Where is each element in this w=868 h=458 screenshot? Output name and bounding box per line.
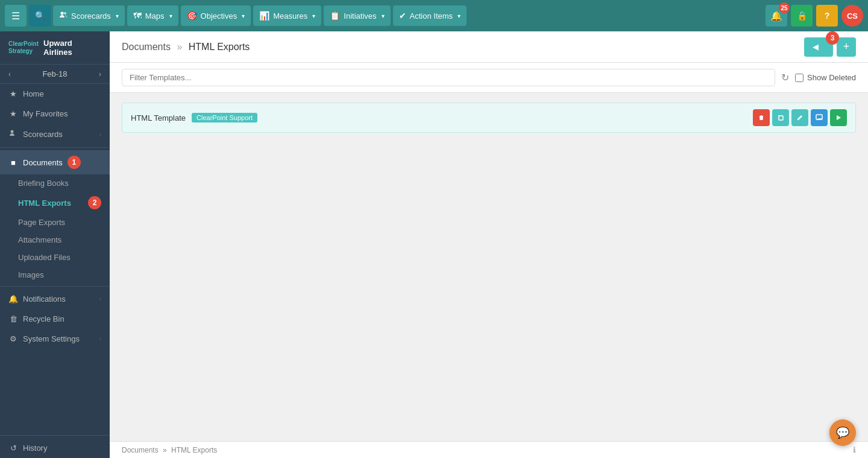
lock-button[interactable]: 🔒 [791,5,813,27]
sidebar-item-page-exports[interactable]: Page Exports [0,214,110,231]
svg-point-2 [11,130,14,133]
sidebar-item-briefing-books[interactable]: Briefing Books [0,174,110,192]
play-template-button[interactable] [830,109,847,126]
sidebar-item-history[interactable]: ↺ History [0,438,110,458]
sidebar-notifications-label: Notifications [23,294,66,304]
svg-point-1 [64,12,66,14]
sidebar-recycle-bin-label: Recycle Bin [23,314,64,323]
nav-initiatives-button[interactable]: 📋 Initiatives ▾ [324,5,390,26]
sidebar-system-settings-label: System Settings [23,334,80,343]
nav-objectives-chevron: ▾ [242,13,245,19]
avatar-button[interactable]: CS [841,5,863,27]
sidebar-item-attachments[interactable]: Attachments [0,231,110,249]
breadcrumb-prefix: Documents [122,42,171,52]
html-exports-label: HTML Exports [18,199,71,208]
nav-scorecards-button[interactable]: Scorecards ▾ [53,5,125,26]
nav-initiatives-chevron: ▾ [382,13,385,19]
search-button[interactable]: 🔍 [29,5,51,27]
bottom-bar: Documents » HTML Exports ℹ [110,441,868,458]
nav-action-items-button[interactable]: ✔ Action Items ▾ [393,5,467,26]
nav-scorecards-label: Scorecards [71,11,111,21]
images-label: Images [18,270,44,279]
header-badge: 3 [826,31,839,45]
sidebar-item-system-settings[interactable]: ⚙ System Settings › [0,329,110,349]
breadcrumb-current: HTML Exports [189,42,250,52]
nav-action-items-chevron: ▾ [458,13,461,19]
bottom-breadcrumb-current: HTML Exports [171,446,217,454]
uploaded-files-label: Uploaded Files [18,253,71,262]
sidebar-item-home[interactable]: ★ Home [0,84,110,104]
measures-nav-icon: 📊 [259,11,269,21]
delete-template-button[interactable] [753,109,770,126]
filter-input[interactable] [122,69,775,86]
sidebar-logo: ClearPoint Strategy Upward Airlines [0,31,110,65]
hamburger-button[interactable]: ☰ [5,5,27,27]
main-content: Documents » HTML Exports ◀ 3 + ↻ Show [110,31,868,458]
show-deleted-wrap[interactable]: Show Deleted [795,73,856,82]
action-items-nav-icon: ✔ [399,11,406,21]
refresh-button[interactable]: ↻ [781,72,789,83]
sidebar-item-recycle-bin[interactable]: 🗑 Recycle Bin [0,309,110,329]
system-settings-chevron-icon: › [99,336,101,342]
objectives-nav-icon: 🎯 [187,11,197,21]
breadcrumb-sep: » [177,42,184,52]
nav-action-items-label: Action Items [410,11,453,21]
period-prev-arrow[interactable]: ‹ [8,70,11,78]
scorecards-nav-icon [59,11,68,21]
sidebar-item-images[interactable]: Images [0,266,110,284]
nav-maps-label: Maps [145,11,165,21]
edit-template-button[interactable] [791,109,808,126]
sidebar-period: ‹ Feb-18 › [0,65,110,84]
notifications-button[interactable]: 🔔 25 [766,5,787,27]
page-header: Documents » HTML Exports ◀ 3 + [110,31,868,63]
comment-template-button[interactable] [811,109,828,126]
documents-icon: ■ [8,158,18,167]
sidebar-item-favorites[interactable]: ★ My Favorites [0,104,110,124]
show-deleted-checkbox[interactable] [795,74,804,82]
help-button[interactable]: ? [816,5,838,27]
sidebar-item-scorecards[interactable]: Scorecards › [0,124,110,145]
nav-objectives-button[interactable]: 🎯 Objectives ▾ [181,5,251,26]
svg-rect-3 [779,116,783,120]
sidebar-item-notifications[interactable]: 🔔 Notifications › [0,289,110,309]
copy-template-button[interactable] [772,109,789,126]
template-actions [753,109,847,126]
sidebar-documents-label: Documents [23,158,63,167]
bottom-breadcrumb-sep: » [163,446,169,454]
header-actions: ◀ 3 + [804,37,856,57]
nav-maps-button[interactable]: 🗺 Maps ▾ [127,5,178,26]
recycle-bin-icon: 🗑 [8,314,18,323]
briefing-books-label: Briefing Books [18,179,69,188]
logo-airline: Upward Airlines [43,39,101,57]
bottom-breadcrumb: Documents » HTML Exports [122,446,217,454]
nav-maps-chevron: ▾ [169,13,172,19]
home-icon: ★ [8,89,18,98]
bottom-info-icon: ℹ [853,445,856,454]
sidebar-item-uploaded-files[interactable]: Uploaded Files [0,249,110,266]
nav-measures-button[interactable]: 📊 Measures ▾ [253,5,321,26]
attachments-label: Attachments [18,235,61,244]
sidebar-item-html-exports[interactable]: HTML Exports 2 [0,192,110,214]
show-deleted-label: Show Deleted [807,73,856,82]
page-title: Documents » HTML Exports [122,42,250,52]
system-settings-icon: ⚙ [8,334,18,343]
chat-fab-button[interactable]: 💬 [829,419,856,446]
scorecards-chevron-icon: › [99,131,101,138]
add-template-button[interactable]: + [837,37,856,57]
nav-objectives-label: Objectives [201,11,237,21]
svg-marker-5 [837,115,841,120]
template-name: HTML Template [131,113,186,122]
nav-scorecards-chevron: ▾ [116,13,119,19]
sidebar-item-documents[interactable]: ■ Documents 1 [0,150,110,174]
header-action-icon: ◀ [813,42,819,51]
favorites-icon: ★ [8,109,18,118]
logo-clearpoint: ClearPoint Strategy [8,40,39,55]
notifications-sidebar-icon: 🔔 [8,294,18,304]
nav-initiatives-label: Initiatives [344,11,376,21]
table-area: HTML Template ClearPoint Support [110,93,868,441]
maps-nav-icon: 🗺 [133,11,142,21]
toolbar: ↻ Show Deleted [110,63,868,93]
page-exports-label: Page Exports [18,218,65,227]
template-badge: ClearPoint Support [192,113,257,122]
period-next-arrow[interactable]: › [99,70,101,78]
